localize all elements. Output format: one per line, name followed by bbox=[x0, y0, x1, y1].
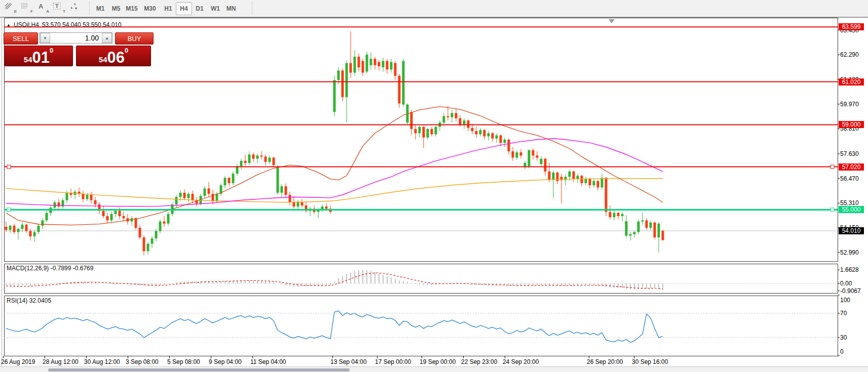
timeframe-button-m5[interactable]: M5 bbox=[108, 2, 124, 15]
date-label: 3 Sep 08:00 bbox=[126, 358, 159, 365]
price-tick-label: 56.470 bbox=[840, 175, 859, 182]
volume-value[interactable]: 1.00 bbox=[50, 33, 102, 43]
svg-text:T: T bbox=[55, 3, 59, 9]
ohlc-values: 53.570 54.040 53.550 54.010 bbox=[42, 21, 122, 28]
horizontal-scrollbar[interactable] bbox=[0, 366, 868, 372]
sell-button[interactable]: SELL bbox=[4, 32, 38, 45]
date-label: 19 Sep 00:00 bbox=[420, 358, 456, 365]
pane-splitter[interactable] bbox=[0, 261, 868, 264]
rsi-tick-label: 30 bbox=[840, 334, 847, 341]
timeframe-button-h4[interactable]: H4 bbox=[176, 2, 192, 15]
date-label: 30 Sep 16:00 bbox=[632, 358, 668, 365]
timeframe-button-m30[interactable]: M30 bbox=[142, 2, 158, 15]
price-tick-label: 62.290 bbox=[840, 51, 859, 58]
rsi-tick-label: 70 bbox=[840, 310, 847, 317]
toolbar-separator bbox=[252, 2, 252, 15]
price-tick-label: 55.310 bbox=[840, 199, 859, 206]
date-label: 9 Sep 04:00 bbox=[209, 358, 242, 365]
toolbar-separator bbox=[89, 2, 90, 15]
date-label: 28 Aug 12:00 bbox=[43, 358, 79, 365]
volume-decrease-button[interactable]: ▼ bbox=[40, 33, 50, 43]
buy-price-sup: 0 bbox=[125, 47, 128, 54]
date-label: 17 Sep 00:00 bbox=[375, 358, 411, 365]
date-label: 24 Sep 20:00 bbox=[503, 358, 539, 365]
price-tick-label: 57.630 bbox=[840, 150, 859, 157]
buy-price-tile[interactable]: 54 06 0 bbox=[76, 46, 151, 66]
rsi-pane-border bbox=[5, 296, 838, 356]
macd-tick-label: 1.6628 bbox=[840, 266, 859, 273]
price-tick-label: 52.990 bbox=[840, 249, 859, 256]
volume-increase-button[interactable]: ▲ bbox=[102, 33, 112, 43]
chevron-up-icon: ▲ bbox=[105, 36, 109, 40]
price-line-badge: 63.599 bbox=[839, 23, 864, 30]
date-label: 5 Sep 08:00 bbox=[167, 358, 200, 365]
timeframe-button-mn[interactable]: MN bbox=[223, 2, 239, 15]
pane-splitter[interactable] bbox=[0, 293, 868, 296]
collapse-panel-icon[interactable]: ▲ bbox=[7, 23, 11, 27]
ma-slow-orange bbox=[6, 179, 663, 202]
macd-pane-border bbox=[5, 264, 838, 294]
text-icon[interactable]: AA bbox=[36, 2, 50, 14]
sell-price-base: 54 bbox=[24, 56, 32, 63]
date-label: 11 Sep 04:00 bbox=[250, 358, 286, 365]
date-label: 22 Sep 23:00 bbox=[461, 358, 497, 365]
svg-text:A: A bbox=[39, 3, 44, 10]
line-anchor-handle bbox=[831, 208, 834, 212]
chart-shift-marker-icon bbox=[609, 19, 615, 23]
price-tick-label: 59.970 bbox=[840, 101, 859, 108]
macd-histogram bbox=[6, 270, 663, 290]
price-line-badge: 59.000 bbox=[839, 121, 864, 128]
macd-signal-line bbox=[6, 273, 663, 289]
timeframe-button-d1[interactable]: D1 bbox=[192, 2, 208, 15]
date-label: 30 Aug 12:00 bbox=[84, 358, 120, 365]
rsi-label: RSI(14) 32.0405 bbox=[7, 297, 51, 304]
text-label-icon[interactable]: TT bbox=[53, 2, 66, 14]
draw-fibonacci-icon[interactable]: F bbox=[20, 2, 33, 14]
sell-price-sup: 0 bbox=[50, 47, 53, 54]
timeframe-button-m15[interactable]: M15 bbox=[124, 2, 140, 15]
draw-channel-icon[interactable]: E bbox=[4, 2, 17, 14]
arrow-tools-icon[interactable]: ▼ bbox=[69, 2, 82, 14]
date-label: 13 Sep 04:00 bbox=[330, 358, 366, 365]
buy-price-big: 06 bbox=[107, 51, 124, 64]
line-anchor-handle bbox=[7, 165, 11, 169]
symbol-label: USOil,H4 bbox=[14, 21, 39, 28]
sell-price-tile[interactable]: 54 01 0 bbox=[4, 46, 73, 66]
rsi-tick-label: 100 bbox=[840, 297, 850, 304]
line-anchor-handle bbox=[831, 165, 834, 169]
macd-tick-label: 0.00 bbox=[840, 280, 852, 287]
price-line-badge: 61.020 bbox=[839, 78, 864, 86]
buy-button[interactable]: BUY bbox=[115, 32, 154, 45]
sell-price-big: 01 bbox=[32, 51, 49, 64]
chevron-down-icon: ▼ bbox=[43, 36, 47, 40]
trading-platform-window: { "toolbar": { "icons": [ {"name":"draw-… bbox=[0, 0, 868, 372]
price-line-badge: 55.000 bbox=[839, 206, 864, 213]
volume-stepper[interactable]: ▼ 1.00 ▲ bbox=[40, 32, 112, 44]
timeframe-button-h1[interactable]: H1 bbox=[160, 2, 176, 15]
top-toolbar: EFAATT▼M1M5M15M30H1H4D1W1MN bbox=[0, 0, 868, 17]
macd-label: MACD(12,26,9) -0.7899 -0.6769 bbox=[7, 265, 93, 272]
ma-medium-magenta bbox=[6, 139, 663, 206]
symbol-ohlc-header: ▲ USOil,H4 53.570 54.040 53.550 54.010 bbox=[7, 21, 122, 28]
price-line-badge: 57.020 bbox=[839, 163, 864, 171]
buy-price-base: 54 bbox=[99, 56, 107, 63]
bid-price-badge: 54.010 bbox=[839, 227, 864, 234]
line-anchor-handle bbox=[7, 208, 11, 212]
timeframe-button-m1[interactable]: M1 bbox=[92, 2, 108, 15]
date-label: 26 Aug 2019 bbox=[1, 358, 35, 365]
scrollbar-thumb[interactable] bbox=[48, 368, 350, 371]
timeframe-button-w1[interactable]: W1 bbox=[207, 2, 223, 15]
rsi-tick-label: 0 bbox=[840, 348, 844, 355]
date-label: 26 Sep 20:00 bbox=[587, 358, 623, 365]
